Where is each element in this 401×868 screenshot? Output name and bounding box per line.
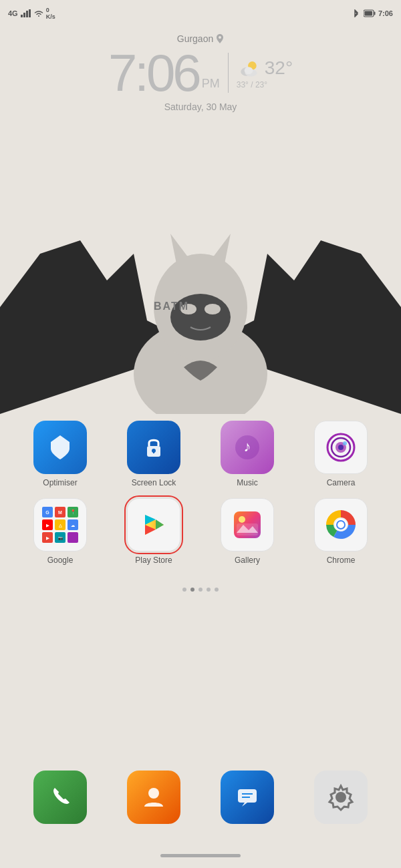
location-text: Gurgaon: [177, 33, 213, 44]
weather-icon: [237, 56, 261, 80]
home-bar[interactable]: [160, 854, 241, 857]
camera-icon-wrapper[interactable]: [314, 421, 368, 474]
camera-label: Camera: [327, 478, 356, 487]
dock-settings[interactable]: [304, 771, 378, 828]
bluetooth-icon: [352, 9, 361, 17]
messages-icon: [233, 783, 262, 812]
batman-label: BATM: [154, 300, 189, 312]
app-camera[interactable]: Camera: [304, 421, 378, 487]
svg-rect-21: [153, 451, 154, 453]
svg-point-11: [244, 67, 253, 74]
battery-icon: [364, 9, 376, 17]
clock-weather-row: 7:06 PM 32° 33° / 23°: [108, 47, 293, 99]
svg-rect-37: [238, 789, 257, 803]
settings-icon-wrapper[interactable]: [314, 771, 368, 824]
playstore-icon-wrapper[interactable]: [127, 498, 180, 552]
location-row: Gurgaon: [177, 33, 224, 44]
svg-rect-5: [374, 12, 375, 15]
music-icon-wrapper[interactable]: ♪: [221, 421, 274, 474]
app-row-2: G M 📍 ▶ △ ☁ ▶ 📷 Google: [13, 498, 388, 565]
app-chrome[interactable]: Chrome: [304, 498, 378, 565]
signal-icon: [21, 9, 31, 17]
camera-icon: [323, 430, 358, 465]
speed-text: 0K/s: [46, 7, 55, 20]
dock-phone[interactable]: [23, 771, 97, 828]
screenlock-icon: [139, 433, 168, 462]
weather-temp: 32°: [265, 57, 293, 79]
dock-contacts[interactable]: [117, 771, 190, 828]
dock-messages[interactable]: [211, 771, 284, 828]
contacts-icon: [139, 783, 168, 812]
playstore-label: Play Store: [135, 556, 172, 565]
svg-point-7: [219, 36, 221, 39]
chrome-label: Chrome: [327, 556, 356, 565]
phone-icon-wrapper[interactable]: [33, 771, 87, 824]
gallery-icon: [230, 507, 265, 542]
location-icon: [216, 34, 224, 43]
chrome-icon-wrapper[interactable]: [314, 498, 368, 552]
screenlock-icon-wrapper[interactable]: [127, 421, 180, 474]
gallery-icon-wrapper[interactable]: [221, 498, 274, 552]
clock-divider: [228, 53, 229, 93]
wifi-icon: [34, 9, 43, 17]
svg-rect-2: [26, 11, 28, 17]
time-status: 7:06: [378, 9, 393, 17]
svg-text:♪: ♪: [244, 438, 251, 455]
app-google[interactable]: G M 📍 ▶ △ ☁ ▶ 📷 Google: [23, 498, 97, 565]
google-grid: G M 📍 ▶ △ ☁ ▶ 📷: [42, 507, 78, 543]
gallery-label: Gallery: [235, 556, 260, 565]
clock-time: 7:06: [108, 47, 199, 99]
weather-info: 32° 33° / 23°: [237, 56, 293, 89]
svg-point-27: [338, 445, 344, 450]
svg-point-36: [148, 788, 159, 799]
screenlock-label: Screen Lock: [132, 478, 176, 487]
contacts-icon-wrapper[interactable]: [127, 771, 180, 824]
weather-range: 33° / 23°: [237, 80, 267, 89]
svg-rect-6: [364, 11, 372, 16]
google-icon-wrapper[interactable]: G M 📍 ▶ △ ☁ ▶ 📷: [33, 498, 87, 552]
carrier-text: 4G: [8, 9, 18, 17]
dot-2: [190, 588, 194, 592]
batman-wallpaper: BATM: [0, 187, 401, 414]
optimiser-label: Optimiser: [43, 478, 77, 487]
app-playstore[interactable]: Play Store: [117, 498, 190, 565]
batman-svg: [0, 187, 401, 414]
google-label: Google: [47, 556, 74, 565]
status-right: 7:06: [352, 9, 393, 17]
settings-icon: [324, 781, 358, 814]
svg-point-40: [336, 792, 346, 803]
app-gallery[interactable]: Gallery: [211, 498, 284, 565]
app-optimiser[interactable]: Optimiser: [23, 421, 97, 487]
status-bar: 4G 0K/s 7:06: [0, 0, 401, 27]
music-icon: ♪: [233, 433, 262, 462]
messages-icon-wrapper[interactable]: [221, 771, 274, 824]
weather-top: 32°: [237, 56, 293, 80]
app-grid: Optimiser Screen Lock ♪ Music: [0, 421, 401, 576]
playstore-icon: [138, 509, 169, 540]
page-dots: [0, 588, 401, 592]
dot-1: [182, 588, 186, 592]
dot-5: [215, 588, 219, 592]
dock: [0, 771, 401, 828]
app-music[interactable]: ♪ Music: [211, 421, 284, 487]
svg-point-35: [338, 521, 344, 528]
optimiser-icon-wrapper[interactable]: [33, 421, 87, 474]
svg-point-18: [205, 304, 221, 314]
svg-rect-1: [23, 13, 25, 17]
svg-rect-0: [21, 15, 23, 17]
clock-period: PM: [202, 77, 220, 91]
app-row-1: Optimiser Screen Lock ♪ Music: [13, 421, 388, 487]
svg-rect-3: [29, 9, 31, 17]
phone-icon: [45, 783, 75, 812]
dot-4: [207, 588, 211, 592]
music-label: Music: [237, 478, 257, 487]
svg-point-28: [343, 441, 347, 445]
optimiser-icon: [45, 433, 75, 462]
status-left: 4G 0K/s: [8, 7, 55, 20]
clock-area: Gurgaon 7:06 PM 32° 33° / 23°: [0, 33, 401, 112]
chrome-icon: [323, 507, 358, 542]
svg-point-31: [239, 516, 245, 523]
dot-3: [198, 588, 203, 592]
app-screenlock[interactable]: Screen Lock: [117, 421, 190, 487]
date-text: Saturday, 30 May: [164, 101, 237, 112]
